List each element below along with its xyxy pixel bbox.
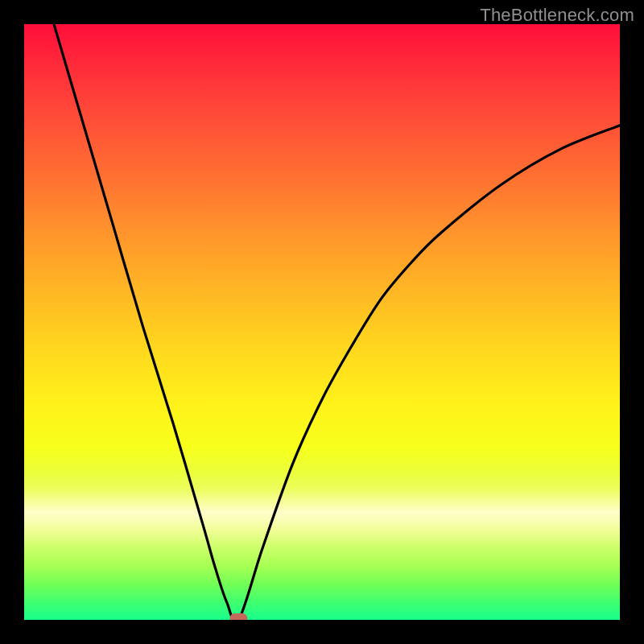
bottleneck-curve-path	[54, 24, 620, 620]
curve-layer	[24, 24, 620, 620]
min-marker	[229, 613, 247, 620]
chart-frame: TheBottleneck.com	[0, 0, 644, 644]
plot-area	[24, 24, 620, 620]
attribution-text: TheBottleneck.com	[480, 5, 634, 26]
